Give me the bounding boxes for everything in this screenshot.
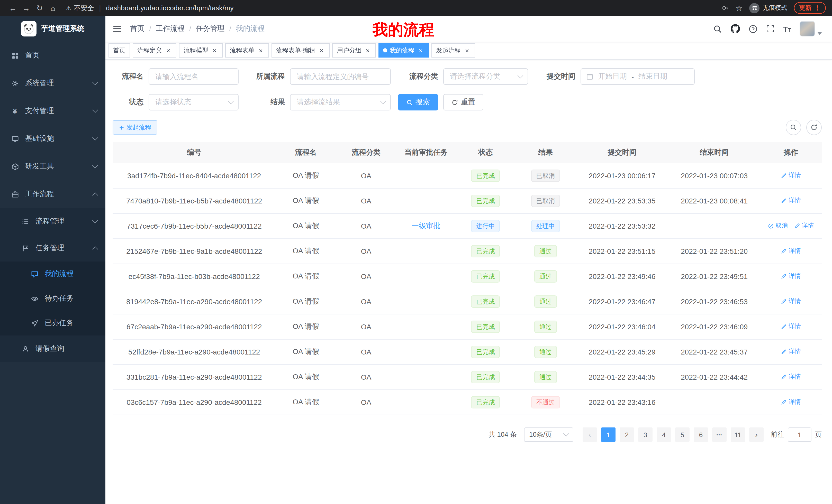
page-size-select[interactable]: 10条/页 (524, 427, 573, 442)
pager-page-4[interactable]: 4 (657, 427, 671, 442)
result-select[interactable]: 请选择流结果 (290, 94, 391, 110)
tab-close-icon[interactable]: × (417, 47, 424, 54)
sidebar-item-payment[interactable]: ¥ 支付管理 (0, 97, 105, 125)
pager-pages: 123456•••11 (599, 427, 747, 442)
update-button[interactable]: 更新 ⋮ (794, 2, 826, 14)
tab-流程定义[interactable]: 流程定义× (133, 43, 176, 58)
goto-page-input[interactable] (788, 427, 811, 442)
home-button[interactable]: ⌂ (46, 4, 60, 12)
tab-流程表单-编辑[interactable]: 流程表单-编辑× (271, 43, 330, 58)
address-url[interactable]: dashboard.yudao.iocoder.cn/bpm/task/my (106, 4, 234, 12)
detail-link[interactable]: 详情 (781, 373, 801, 382)
security-status[interactable]: ⚠ 不安全 (66, 3, 94, 12)
bookmark-star-icon[interactable]: ☆ (735, 3, 743, 12)
detail-link[interactable]: 详情 (781, 171, 801, 180)
tab-close-icon[interactable]: × (318, 47, 325, 54)
reset-button[interactable]: 重置 (443, 94, 483, 110)
reload-button[interactable]: ↻ (33, 3, 46, 12)
current-task-link[interactable]: 一级审批 (412, 221, 440, 230)
toggle-search-button[interactable] (786, 120, 801, 135)
sidebar-item-devtools[interactable]: 研发工具 (0, 152, 105, 180)
sidebar-item-my-process[interactable]: 我的流程 (0, 261, 105, 286)
sidebar-item-system[interactable]: 系统管理 (0, 69, 105, 97)
fullscreen-icon[interactable] (766, 25, 774, 33)
table-row: 2152467e-7b9b-11ec-9a1b-acde48001122OA 请… (113, 239, 822, 264)
pager-page-1[interactable]: 1 (601, 427, 616, 442)
tab-close-icon[interactable]: × (257, 47, 264, 54)
browser-actions: ☆ 无痕模式 更新 ⋮ (721, 2, 826, 14)
detail-link[interactable]: 详情 (781, 347, 801, 356)
sidebar-item-infrastructure[interactable]: 基础设施 (0, 125, 105, 152)
create-process-button[interactable]: 发起流程 (113, 120, 157, 135)
breadcrumb-item[interactable]: 工作流程 (156, 24, 185, 33)
help-icon[interactable] (749, 24, 757, 33)
monitor-icon (10, 135, 20, 143)
tab-close-icon[interactable]: × (463, 47, 470, 54)
password-key-icon[interactable] (721, 4, 729, 12)
breadcrumb-item[interactable]: 首页 (130, 24, 145, 33)
tab-close-icon[interactable]: × (364, 47, 371, 54)
tab-发起流程[interactable]: 发起流程× (432, 43, 475, 58)
prev-page-button[interactable]: ‹ (582, 427, 597, 442)
font-size-icon[interactable]: TT (783, 24, 791, 33)
pager-page-11[interactable]: 11 (731, 427, 745, 442)
search-button[interactable]: 搜索 (398, 94, 438, 110)
back-button[interactable]: ← (6, 4, 20, 12)
tab-close-icon[interactable]: × (211, 47, 218, 54)
cell-id: 2152467e-7b9b-11ec-9a1b-acde48001122 (113, 239, 276, 264)
edit-icon (781, 198, 787, 204)
sidebar-item-home[interactable]: 首页 (0, 41, 105, 69)
sidebar-item-workflow[interactable]: 工作流程 (0, 180, 105, 208)
cell-status: 已完成 (456, 264, 516, 289)
sidebar-item-task-management[interactable]: 任务管理 (0, 235, 105, 261)
cell-result: 通过 (515, 289, 575, 314)
cancel-link[interactable]: 取消 (768, 222, 788, 230)
next-page-button[interactable]: › (749, 427, 763, 442)
dashboard-icon (10, 52, 20, 59)
sidebar-item-todo-tasks[interactable]: 待办任务 (0, 286, 105, 311)
hamburger-icon[interactable] (105, 24, 129, 33)
cell-actions: 详情 (760, 365, 822, 390)
tab-close-icon[interactable]: × (164, 47, 172, 54)
tab-用户分组[interactable]: 用户分组× (332, 43, 376, 58)
breadcrumb-item[interactable]: 任务管理 (196, 24, 225, 33)
detail-link[interactable]: 详情 (781, 323, 801, 331)
github-icon[interactable] (730, 24, 740, 33)
chat-icon (30, 270, 39, 278)
tab-流程模型[interactable]: 流程模型× (179, 43, 223, 58)
category-select[interactable]: 请选择流程分类 (443, 68, 528, 85)
detail-link[interactable]: 详情 (781, 247, 801, 256)
user-menu[interactable] (800, 21, 822, 36)
cell-actions: 详情 (760, 188, 822, 214)
sidebar-item-leave-query[interactable]: 请假查询 (0, 335, 105, 362)
tab-流程表单[interactable]: 流程表单× (225, 43, 269, 58)
pager-more[interactable]: ••• (712, 427, 727, 442)
detail-link[interactable]: 详情 (781, 197, 801, 205)
status-select[interactable]: 请选择状态 (149, 94, 239, 110)
pager-page-2[interactable]: 2 (620, 427, 634, 442)
pager-page-3[interactable]: 3 (638, 427, 653, 442)
detail-link[interactable]: 详情 (781, 297, 801, 306)
pager-page-6[interactable]: 6 (694, 427, 708, 442)
forward-button[interactable]: → (20, 4, 33, 12)
tab-我的流程[interactable]: 我的流程× (379, 43, 429, 58)
edit-icon (781, 399, 787, 405)
browser-menu-icon[interactable]: ⋮ (814, 4, 821, 12)
pager-page-5[interactable]: 5 (675, 427, 690, 442)
cell-result: 不通过 (515, 390, 575, 415)
tab-首页[interactable]: 首页 (108, 43, 130, 58)
detail-link[interactable]: 详情 (781, 398, 801, 407)
process-def-input[interactable] (290, 68, 391, 85)
submit-time-range[interactable]: 开始日期 - 结束日期 (580, 68, 695, 85)
cell-category: OA (336, 163, 396, 188)
sidebar-item-done-tasks[interactable]: 已办任务 (0, 311, 105, 335)
sidebar-item-process-management[interactable]: 流程管理 (0, 208, 105, 235)
detail-link[interactable]: 详情 (781, 272, 801, 281)
cell-result: 处理中 (515, 214, 575, 239)
avatar[interactable] (800, 21, 815, 36)
process-name-input[interactable] (149, 68, 239, 85)
refresh-table-button[interactable] (806, 120, 822, 135)
detail-link[interactable]: 详情 (794, 222, 814, 230)
cell-category: OA (336, 289, 396, 314)
search-icon[interactable] (713, 24, 722, 33)
